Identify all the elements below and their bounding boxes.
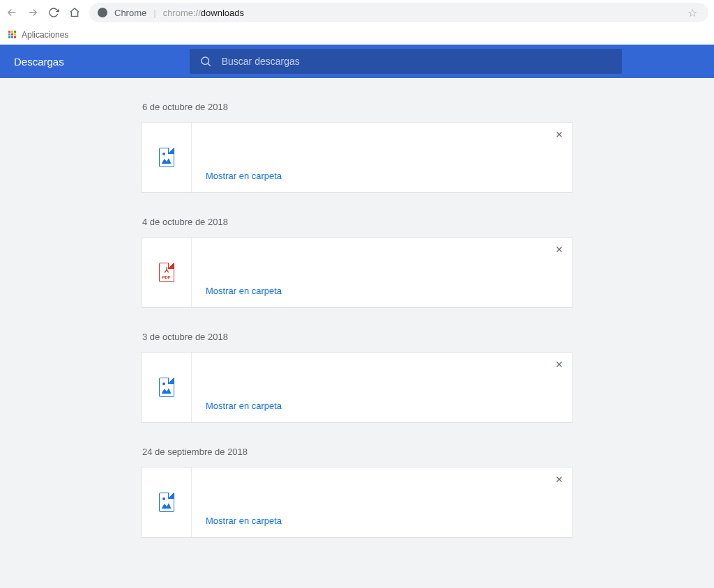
download-card: Mostrar en carpeta [141, 122, 573, 193]
file-icon-container [142, 353, 192, 422]
card-body: Mostrar en carpeta [192, 123, 572, 192]
show-in-folder-link[interactable]: Mostrar en carpeta [206, 171, 559, 181]
downloads-header: Descargas [0, 45, 714, 78]
group-date: 24 de septiembre de 2018 [141, 442, 573, 467]
download-group: 24 de septiembre de 2018 Mostrar en carp… [141, 442, 573, 538]
svg-point-0 [202, 57, 209, 65]
bookmark-star-icon[interactable]: ☆ [688, 6, 700, 20]
card-body: Mostrar en carpeta [192, 238, 572, 307]
file-icon-container: ⅄ [142, 238, 192, 307]
home-button[interactable] [68, 6, 81, 19]
card-body: Mostrar en carpeta [192, 467, 572, 537]
file-icon-container [142, 467, 192, 537]
download-group: 4 de octubre de 2018 ⅄ Mostrar en carpet… [141, 212, 573, 308]
image-file-icon [159, 493, 174, 512]
address-origin-label: Chrome [114, 8, 146, 18]
bookmarks-bar: Aplicaciones [0, 25, 714, 45]
group-date: 6 de octubre de 2018 [141, 98, 573, 122]
show-in-folder-link[interactable]: Mostrar en carpeta [206, 286, 559, 296]
chrome-icon [98, 8, 107, 17]
search-input[interactable] [222, 56, 612, 67]
remove-download-button[interactable] [554, 474, 564, 484]
download-card: ⅄ Mostrar en carpeta [141, 237, 573, 308]
file-icon-container [142, 123, 192, 192]
reload-button[interactable] [47, 6, 60, 19]
remove-download-button[interactable] [554, 245, 564, 254]
remove-download-button[interactable] [554, 359, 564, 369]
group-date: 3 de octubre de 2018 [141, 327, 573, 352]
address-bar[interactable]: Chrome | chrome://downloads ☆ [89, 3, 708, 22]
download-card: Mostrar en carpeta [141, 467, 573, 538]
show-in-folder-link[interactable]: Mostrar en carpeta [206, 516, 559, 526]
back-button[interactable] [6, 6, 18, 19]
browser-toolbar: Chrome | chrome://downloads ☆ [0, 0, 714, 25]
group-date: 4 de octubre de 2018 [141, 212, 573, 237]
apps-label[interactable]: Aplicaciones [22, 30, 68, 40]
download-card: Mostrar en carpeta [141, 352, 573, 423]
search-icon [199, 55, 212, 68]
page-title: Descargas [14, 56, 64, 68]
remove-download-button[interactable] [554, 130, 564, 139]
image-file-icon [159, 148, 174, 167]
download-group: 3 de octubre de 2018 Mostrar en carpeta [141, 327, 573, 423]
apps-icon[interactable] [8, 31, 16, 38]
forward-button[interactable] [26, 6, 39, 19]
downloads-content: 6 de octubre de 2018 Mostrar en carpeta … [0, 78, 714, 588]
address-url: chrome://downloads [163, 8, 244, 18]
card-body: Mostrar en carpeta [192, 353, 572, 422]
address-separator: | [153, 8, 155, 18]
pdf-file-icon: ⅄ [159, 263, 174, 282]
search-container [190, 49, 622, 74]
show-in-folder-link[interactable]: Mostrar en carpeta [206, 401, 559, 411]
image-file-icon [159, 378, 174, 397]
download-group: 6 de octubre de 2018 Mostrar en carpeta [141, 98, 573, 193]
